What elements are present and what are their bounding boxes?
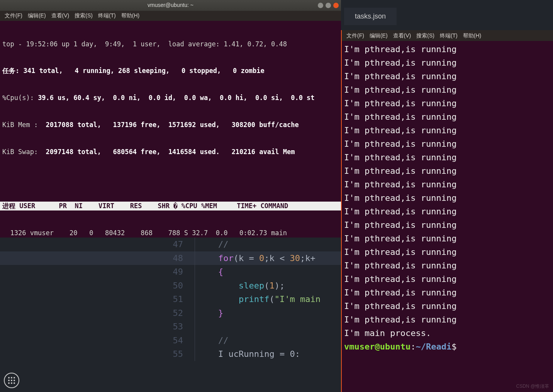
shell-prompt[interactable]: vmuser@ubuntu:~/Readi$ bbox=[344, 340, 551, 353]
code-line[interactable]: 52} bbox=[0, 306, 341, 320]
line-number: 53 bbox=[0, 320, 195, 334]
output-line: I'm pthread,is running bbox=[344, 56, 551, 70]
apps-icon[interactable] bbox=[4, 373, 19, 388]
svg-point-4 bbox=[11, 380, 12, 381]
code-line[interactable]: 50 sleep(1); bbox=[0, 279, 341, 293]
line-number: 51 bbox=[0, 292, 195, 306]
watermark: CSDN @惟须革 bbox=[516, 383, 549, 390]
top-columns-header: 进程 USER PR NI VIRT RES SHR � %CPU %MEM T… bbox=[0, 202, 341, 210]
output-line: I'm pthread,is running bbox=[344, 299, 551, 313]
line-number: 48 bbox=[0, 251, 195, 265]
output-line: I'm pthread,is running bbox=[344, 272, 551, 286]
output-line: I'm pthread,is running bbox=[344, 70, 551, 83]
terminal-window-output[interactable]: 文件(F) 编辑(E) 查看(V) 搜索(S) 终端(T) 帮助(H) I'm … bbox=[341, 30, 553, 392]
output-line: I'm pthread,is running bbox=[344, 83, 551, 97]
output-line: I'm pthread,is running bbox=[344, 313, 551, 326]
output-line: I'm pthread,is running bbox=[344, 110, 551, 124]
terminal-2-body[interactable]: I'm pthread,is runningI'm pthread,is run… bbox=[342, 41, 553, 355]
titlebar[interactable]: vmuser@ubuntu: ~ bbox=[0, 0, 341, 11]
code-editor[interactable]: 47//48for(k = 0;k < 30;k+49{50 sleep(1);… bbox=[0, 238, 341, 392]
line-content[interactable]: I ucRunning = 0: bbox=[195, 347, 341, 361]
svg-point-2 bbox=[14, 377, 15, 378]
svg-point-0 bbox=[8, 377, 10, 378]
output-line: I'm pthread,is running bbox=[344, 245, 551, 259]
menu-file-2[interactable]: 文件(F) bbox=[345, 28, 366, 43]
code-line[interactable]: 53 bbox=[0, 320, 341, 334]
svg-point-5 bbox=[14, 380, 15, 381]
table-row: 1326 vmuser 20 0 80432 868 788 S 32.7 0.… bbox=[2, 229, 339, 238]
minimize-icon[interactable] bbox=[318, 3, 323, 8]
menu-search[interactable]: 搜索(S) bbox=[73, 10, 94, 21]
line-content[interactable]: for(k = 0;k < 30;k+ bbox=[195, 251, 341, 265]
output-line: I'm pthread,is running bbox=[344, 124, 551, 137]
output-line: I'm pthread,is running bbox=[344, 205, 551, 218]
code-line[interactable]: 51 printf("I'm main bbox=[0, 292, 341, 306]
window-title: vmuser@ubuntu: ~ bbox=[148, 1, 193, 10]
svg-point-3 bbox=[8, 380, 10, 381]
output-line: I'm pthread,is running bbox=[344, 232, 551, 245]
menu-help[interactable]: 帮助(H) bbox=[120, 10, 141, 21]
line-content[interactable] bbox=[195, 320, 341, 334]
line-content[interactable]: // bbox=[195, 238, 341, 251]
code-line[interactable]: 54// bbox=[0, 334, 341, 348]
menubar-2[interactable]: 文件(F) 编辑(E) 查看(V) 搜索(S) 终端(T) 帮助(H) bbox=[342, 30, 553, 41]
line-content[interactable]: sleep(1); bbox=[195, 279, 341, 293]
menu-view[interactable]: 查看(V) bbox=[50, 10, 71, 21]
line-number: 54 bbox=[0, 334, 195, 348]
line-number: 47 bbox=[0, 238, 195, 251]
output-line: I'm pthread,is running bbox=[344, 191, 551, 205]
tab-tasks-json[interactable]: tasks.json bbox=[344, 8, 397, 25]
top-mem-line: KiB Mem : 2017088 total, 137196 free, 15… bbox=[2, 120, 339, 129]
output-line: I'm pthread,is running bbox=[344, 137, 551, 151]
svg-point-1 bbox=[11, 377, 12, 378]
output-line: I'm pthread,is running bbox=[344, 42, 551, 56]
svg-point-6 bbox=[8, 382, 10, 384]
line-content[interactable]: } bbox=[195, 306, 341, 320]
output-line: I'm pthread,is running bbox=[344, 97, 551, 110]
line-number: 49 bbox=[0, 265, 195, 279]
menu-help-2[interactable]: 帮助(H) bbox=[461, 28, 483, 43]
output-line-main: I'm main process. bbox=[344, 326, 551, 340]
menubar[interactable]: 文件(F) 编辑(E) 查看(V) 搜索(S) 终端(T) 帮助(H) bbox=[0, 11, 341, 21]
window-buttons bbox=[318, 3, 339, 8]
output-line: I'm pthread,is running bbox=[344, 151, 551, 164]
terminal-window-top[interactable]: vmuser@ubuntu: ~ 文件(F) 编辑(E) 查看(V) 搜索(S)… bbox=[0, 0, 341, 238]
menu-view-2[interactable]: 查看(V) bbox=[392, 28, 413, 43]
line-number: 52 bbox=[0, 306, 195, 320]
svg-point-7 bbox=[11, 382, 12, 384]
code-line[interactable]: 49{ bbox=[0, 265, 341, 279]
svg-point-8 bbox=[14, 382, 15, 384]
top-swap-line: KiB Swap: 2097148 total, 680564 free, 14… bbox=[2, 148, 339, 156]
vscode-tabbar: tasks.json bbox=[341, 0, 553, 30]
menu-terminal[interactable]: 终端(T) bbox=[97, 10, 117, 21]
menu-file[interactable]: 文件(F) bbox=[3, 10, 24, 21]
close-icon[interactable] bbox=[333, 3, 339, 8]
code-line[interactable]: 55I ucRunning = 0: bbox=[0, 347, 341, 361]
menu-edit[interactable]: 编辑(E) bbox=[26, 10, 47, 21]
code-line[interactable]: 48for(k = 0;k < 30;k+ bbox=[0, 251, 341, 265]
menu-terminal-2[interactable]: 终端(T) bbox=[438, 28, 459, 43]
output-line: I'm pthread,is running bbox=[344, 286, 551, 299]
line-content[interactable]: printf("I'm main bbox=[195, 292, 341, 306]
output-line: I'm pthread,is running bbox=[344, 164, 551, 178]
maximize-icon[interactable] bbox=[326, 3, 331, 8]
line-content[interactable]: // bbox=[195, 334, 341, 348]
line-number: 50 bbox=[0, 279, 195, 293]
code-line[interactable]: 47// bbox=[0, 238, 341, 251]
menu-edit-2[interactable]: 编辑(E) bbox=[368, 28, 389, 43]
output-line: I'm pthread,is running bbox=[344, 178, 551, 191]
top-tasks-line: 任务: 341 total, 4 running, 268 sleeping, … bbox=[2, 66, 339, 75]
line-content[interactable]: { bbox=[195, 265, 341, 279]
line-number: 55 bbox=[0, 347, 195, 361]
output-line: I'm pthread,is running bbox=[344, 218, 551, 232]
top-cpu-line: %Cpu(s): 39.6 us, 60.4 sy, 0.0 ni, 0.0 i… bbox=[2, 93, 339, 102]
dock bbox=[0, 369, 23, 392]
menu-search-2[interactable]: 搜索(S) bbox=[415, 28, 436, 43]
output-line: I'm pthread,is running bbox=[344, 259, 551, 272]
top-summary-line: top - 19:52:06 up 1 day, 9:49, 1 user, l… bbox=[2, 40, 339, 49]
